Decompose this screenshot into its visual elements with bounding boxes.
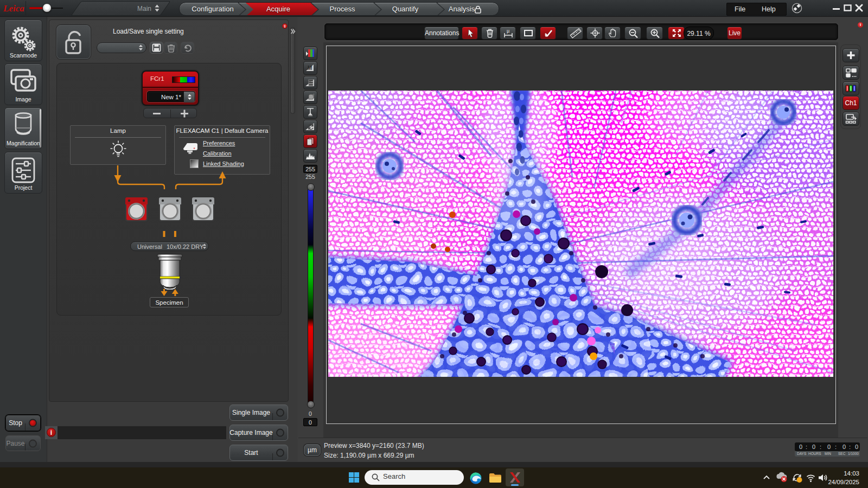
svg-text:µ: µ [507, 28, 509, 34]
svg-text:Leica: Leica [3, 3, 24, 14]
svg-text:M: M [308, 65, 312, 71]
